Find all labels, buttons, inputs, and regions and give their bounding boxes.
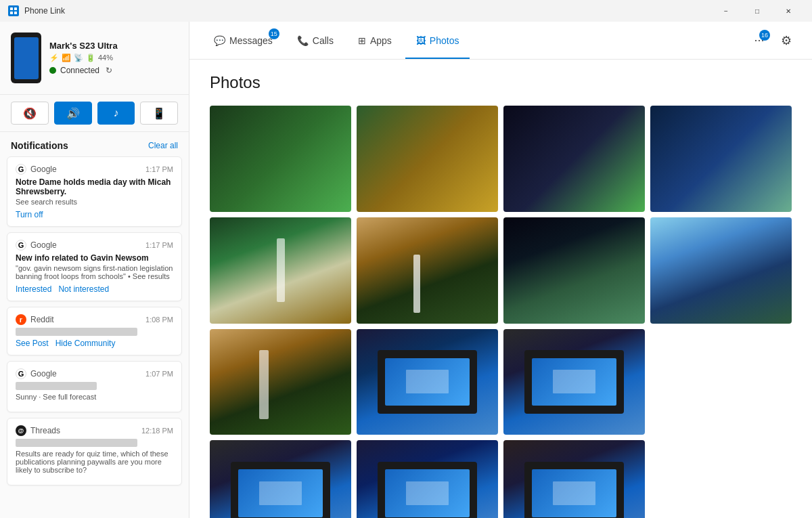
- photo-item[interactable]: [503, 329, 645, 435]
- notif-time-4: 1:07 PM: [145, 370, 173, 378]
- notif-appname-5: Threads: [30, 426, 60, 435]
- notification-card-3: r Reddit 1:08 PM See Post Hide Community: [7, 307, 182, 355]
- tab-photos[interactable]: 🖼 Photos: [405, 22, 470, 59]
- mute-button[interactable]: 🔇: [11, 102, 49, 125]
- notif-appname-2: Google: [30, 240, 57, 250]
- photo-item[interactable]: [357, 440, 498, 518]
- tab-apps-label: Apps: [370, 35, 392, 46]
- not-interested-button[interactable]: Not interested: [58, 284, 109, 294]
- signal-icon: 📡: [74, 53, 83, 62]
- photo-item[interactable]: [210, 217, 351, 324]
- connection-text: Connected: [60, 66, 99, 75]
- notif-body-2: "gov. gavin newsom signs first-nation le…: [16, 264, 173, 280]
- reddit-icon: r: [16, 314, 26, 325]
- turn-off-button[interactable]: Turn off: [16, 210, 43, 219]
- window-controls: − □ ✕: [710, 0, 804, 22]
- notif-header-3: r Reddit 1:08 PM: [16, 314, 173, 325]
- notif-redacted-weather: [16, 382, 97, 390]
- notif-header-4: G Google 1:07 PM: [16, 368, 173, 379]
- device-image: [11, 33, 41, 83]
- sound-button[interactable]: 🔊: [54, 102, 92, 125]
- main-area: 💬 Messages 15 📞 Calls ⊞ Apps 🖼 Photos ··…: [189, 22, 812, 518]
- photo-inner: [210, 106, 351, 212]
- notif-title-1: Notre Dame holds media day with Micah Sh…: [16, 177, 173, 196]
- notif-app-2: G Google: [16, 240, 57, 251]
- music-button[interactable]: ♪: [97, 102, 135, 125]
- photo-item[interactable]: [503, 440, 645, 518]
- photo-placeholder-2: [650, 440, 792, 518]
- notif-redacted-threads: [16, 439, 137, 447]
- photo-item[interactable]: [357, 329, 498, 435]
- notif-header-2: G Google 1:17 PM: [16, 240, 173, 251]
- notifications-title: Notifications: [11, 140, 68, 151]
- notif-time-1: 1:17 PM: [145, 165, 173, 173]
- notification-card-5: @ Threads 12:18 PM Results are ready for…: [7, 418, 182, 485]
- photo-item[interactable]: [650, 217, 792, 324]
- notif-appname-3: Reddit: [30, 315, 54, 324]
- more-button[interactable]: ··· 16: [747, 28, 771, 53]
- notif-time-5: 12:18 PM: [141, 427, 173, 435]
- photos-icon: 🖼: [416, 35, 426, 46]
- connection-status: Connected ↻: [49, 65, 178, 76]
- close-button[interactable]: ✕: [773, 0, 804, 22]
- tab-calls[interactable]: 📞 Calls: [286, 22, 344, 59]
- photo-item[interactable]: [210, 440, 351, 518]
- notification-card-2: G Google 1:17 PM New info related to Gav…: [7, 232, 182, 301]
- photo-placeholder: [650, 329, 792, 435]
- refresh-button[interactable]: ↻: [104, 65, 114, 76]
- photo-item[interactable]: [210, 329, 351, 435]
- notif-body-5: Results are ready for quiz time, which o…: [16, 450, 173, 474]
- photo-item[interactable]: [357, 217, 498, 324]
- photos-title: Photos: [210, 73, 792, 92]
- tab-apps[interactable]: ⊞ Apps: [347, 22, 403, 59]
- notifications-header: Notifications Clear all: [0, 132, 189, 156]
- tab-messages-label: Messages: [229, 35, 273, 46]
- photo-item[interactable]: [650, 106, 792, 212]
- notif-actions-2: Interested Not interested: [16, 284, 173, 294]
- interested-button[interactable]: Interested: [16, 284, 51, 294]
- google-icon-3: G: [16, 368, 26, 379]
- tab-messages[interactable]: 💬 Messages 15: [203, 22, 284, 59]
- notif-appname-1: Google: [30, 165, 57, 174]
- status-indicator: [49, 67, 56, 74]
- notif-body-4: Sunny · See full forecast: [16, 393, 173, 401]
- device-info: Mark's S23 Ultra ⚡ 📶 📡 🔋 44% Connected ↻: [0, 22, 189, 95]
- action-buttons: 🔇 🔊 ♪ 📱: [0, 95, 189, 132]
- notif-actions-3: See Post Hide Community: [16, 339, 173, 348]
- svg-rect-3: [14, 12, 17, 14]
- apps-icon: ⊞: [358, 35, 366, 46]
- notif-title-2: New info related to Gavin Newsom: [16, 253, 173, 263]
- notification-card-4: G Google 1:07 PM Sunny · See full foreca…: [7, 361, 182, 412]
- see-post-button[interactable]: See Post: [16, 339, 49, 348]
- svg-rect-2: [10, 12, 13, 14]
- photo-item[interactable]: [503, 106, 645, 212]
- notif-actions-1: Turn off: [16, 210, 173, 219]
- photos-grid: [210, 106, 792, 518]
- app-body: Mark's S23 Ultra ⚡ 📶 📡 🔋 44% Connected ↻…: [0, 22, 812, 518]
- device-status-icons: ⚡ 📶 📡 🔋 44%: [49, 53, 178, 62]
- notif-redacted-reddit: [16, 328, 137, 336]
- restore-button[interactable]: □: [742, 0, 773, 22]
- notif-time-2: 1:17 PM: [145, 241, 173, 249]
- photo-item[interactable]: [503, 217, 645, 324]
- photo-item[interactable]: [357, 106, 498, 212]
- calls-icon: 📞: [297, 35, 309, 46]
- notif-header-5: @ Threads 12:18 PM: [16, 425, 173, 436]
- clear-all-button[interactable]: Clear all: [148, 141, 178, 150]
- sidebar: Mark's S23 Ultra ⚡ 📶 📡 🔋 44% Connected ↻…: [0, 22, 189, 518]
- bluetooth-icon: ⚡: [49, 53, 59, 62]
- hide-community-button[interactable]: Hide Community: [55, 339, 116, 348]
- google-icon-1: G: [16, 164, 26, 175]
- more-badge: 16: [759, 30, 770, 41]
- photo-item[interactable]: [210, 106, 351, 212]
- battery-icon: 🔋: [86, 53, 95, 62]
- app-title: Phone Link: [24, 6, 710, 16]
- notification-card-1: G Google 1:17 PM Notre Dame holds media …: [7, 156, 182, 227]
- svg-rect-1: [14, 7, 17, 10]
- minimize-button[interactable]: −: [710, 0, 742, 22]
- settings-button[interactable]: ⚙: [774, 28, 798, 53]
- wifi-icon: 📶: [62, 53, 71, 62]
- titlebar: Phone Link − □ ✕: [0, 0, 812, 22]
- top-nav: 💬 Messages 15 📞 Calls ⊞ Apps 🖼 Photos ··…: [189, 22, 812, 60]
- phone-screen-button[interactable]: 📱: [140, 102, 178, 125]
